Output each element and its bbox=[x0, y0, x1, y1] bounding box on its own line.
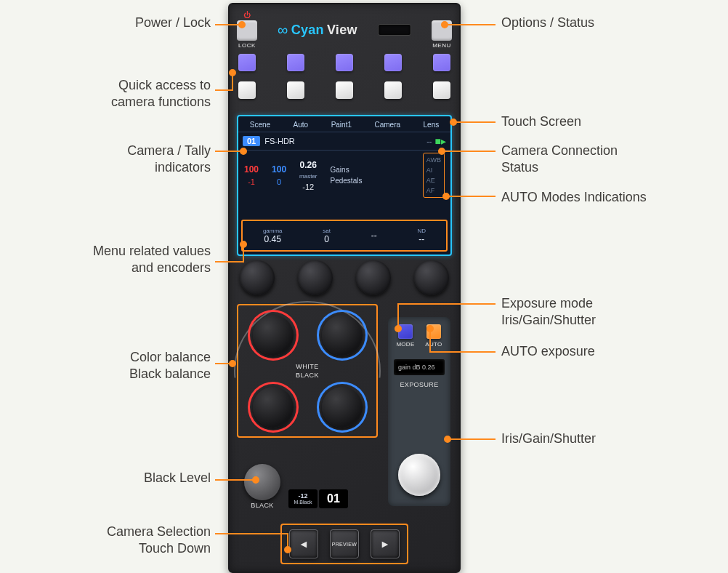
callout-quick-access: Quick access to camera functions bbox=[7, 77, 211, 110]
logo-swirl-icon: ∞ bbox=[278, 22, 288, 39]
callout-conn-status: Camera Connection Status bbox=[501, 143, 719, 175]
callout-touch-screen: Touch Screen bbox=[501, 113, 705, 130]
exposure-block: MODE AUTO gain dB 0.26 EXPOSURE bbox=[388, 317, 450, 506]
qa-button[interactable] bbox=[336, 81, 353, 99]
exposure-buttons: MODE AUTO bbox=[388, 317, 450, 349]
callout-power-lock: Power / Lock bbox=[44, 15, 211, 31]
encoder-knob[interactable] bbox=[356, 260, 391, 295]
gains-label: Gains bbox=[331, 166, 349, 174]
quick-access-grid bbox=[238, 54, 450, 99]
camera-next-button[interactable]: ► bbox=[371, 529, 400, 558]
touch-screen[interactable]: Scene Auto Paint1 Camera Lens 01 FS-HDR … bbox=[237, 115, 452, 256]
menu-button[interactable] bbox=[432, 20, 452, 41]
callout-options-status: Options / Status bbox=[501, 15, 705, 31]
brand-name-a: Cyan bbox=[291, 23, 324, 38]
screen-tab[interactable]: Auto bbox=[294, 121, 309, 129]
bottom-tiny: gamma bbox=[263, 228, 283, 234]
auto-button-label: AUTO bbox=[425, 341, 442, 348]
blue-black-knob[interactable] bbox=[322, 387, 363, 428]
blue-white-knob[interactable] bbox=[322, 315, 363, 356]
qa-button[interactable] bbox=[287, 54, 304, 71]
screen-status-row: 01 FS-HDR -- ■▸ bbox=[238, 132, 450, 151]
mode-button-label: MODE bbox=[396, 341, 414, 348]
qa-button[interactable] bbox=[238, 54, 256, 71]
screen-tab[interactable]: Lens bbox=[424, 121, 440, 129]
red-white-knob[interactable] bbox=[253, 315, 294, 356]
qa-row-top bbox=[238, 54, 450, 71]
model-extra: -- bbox=[426, 137, 432, 145]
red-gain-col: 100 -1 bbox=[244, 164, 259, 186]
cb-labels: WHITE BLACK bbox=[296, 363, 319, 379]
black-level-oled: -12 M.Black 01 bbox=[288, 489, 349, 509]
camera-prev-button[interactable]: ◄ bbox=[289, 529, 318, 558]
auto-exposure-button[interactable] bbox=[426, 324, 441, 339]
auto-mode: AF bbox=[426, 187, 441, 194]
auto-modes-column: AWB AI AE AF bbox=[423, 153, 445, 198]
black-knob-label: BLACK bbox=[251, 502, 274, 509]
black-balance-label: BLACK bbox=[296, 372, 319, 379]
callout-iris-gain-shutter: Iris/Gain/Shutter bbox=[501, 430, 705, 447]
blue-gain: 100 bbox=[272, 164, 286, 175]
auto-mode: AI bbox=[426, 167, 441, 174]
black-level-area: BLACK -12 M.Black 01 bbox=[244, 464, 349, 509]
encoder-knob[interactable] bbox=[298, 260, 333, 295]
screen-tab[interactable]: Paint1 bbox=[331, 121, 352, 129]
bottom-cell: ND -- bbox=[418, 228, 426, 244]
camera-connection-icon: ■▸ bbox=[435, 135, 446, 147]
black-level-knob[interactable] bbox=[244, 464, 280, 500]
mblack-val: -12 bbox=[293, 492, 313, 500]
brand-logo: ∞ CyanView bbox=[278, 22, 357, 39]
camera-number-badge[interactable]: 01 bbox=[243, 136, 260, 146]
brand-name-b: View bbox=[327, 23, 357, 38]
bottom-cell: sat 0 bbox=[323, 228, 331, 244]
qa-button[interactable] bbox=[287, 81, 304, 99]
screen-bottom-box: gamma 0.45 sat 0 -- ND -- bbox=[241, 220, 448, 252]
top-strip: ⏻ LOCK ∞ CyanView • MENU bbox=[230, 12, 459, 48]
camera-model: FS-HDR bbox=[264, 137, 426, 145]
exposure-knob[interactable] bbox=[398, 454, 440, 496]
screen-tab[interactable]: Scene bbox=[250, 121, 270, 129]
callout-camera-tally: Camera / Tally indicators bbox=[22, 143, 211, 175]
callout-menu-encoders: Menu related values and encoders bbox=[0, 243, 211, 276]
camera-preview-button[interactable]: PREVIEW bbox=[330, 529, 359, 558]
qa-button[interactable] bbox=[384, 81, 402, 99]
qa-button[interactable] bbox=[433, 54, 450, 71]
qa-button[interactable] bbox=[238, 81, 256, 99]
qa-row-bottom bbox=[238, 81, 450, 99]
bottom-tiny: ND bbox=[418, 228, 426, 234]
qa-button[interactable] bbox=[384, 54, 402, 71]
red-black-knob[interactable] bbox=[253, 387, 294, 428]
exposure-oled: gain dB 0.26 bbox=[394, 359, 445, 375]
lock-label: LOCK bbox=[238, 42, 256, 49]
red-ped: -1 bbox=[248, 177, 255, 186]
screen-tab[interactable]: Camera bbox=[374, 121, 400, 129]
camera-selection-row: ◄ PREVIEW ► bbox=[280, 524, 408, 564]
auto-mode: AWB bbox=[426, 156, 441, 164]
encoder-knob[interactable] bbox=[240, 260, 275, 295]
menu-button-wrap: • MENU bbox=[432, 12, 452, 49]
bottom-val: 0 bbox=[324, 234, 329, 244]
blue-ped: 0 bbox=[277, 177, 281, 186]
master-ped: -12 bbox=[302, 183, 314, 191]
lock-button[interactable] bbox=[237, 20, 257, 41]
usb-port[interactable] bbox=[378, 24, 411, 36]
qa-button[interactable] bbox=[433, 81, 450, 99]
auto-mode: AE bbox=[426, 177, 441, 184]
black-cam-number: 01 bbox=[319, 489, 348, 508]
power-icon: ⏻ bbox=[243, 12, 251, 19]
red-gain: 100 bbox=[244, 164, 259, 175]
callout-black-level: Black Level bbox=[58, 470, 211, 486]
color-balance-box: WHITE BLACK bbox=[237, 304, 378, 438]
black-value: -12 M.Black bbox=[288, 489, 318, 508]
row-labels: Gains Pedestals bbox=[331, 166, 363, 185]
master-label: master bbox=[299, 173, 317, 180]
white-balance-label: WHITE bbox=[296, 363, 319, 370]
mode-button[interactable] bbox=[398, 324, 413, 339]
master-gain: 0.26 bbox=[300, 160, 317, 170]
bottom-val: -- bbox=[371, 231, 377, 241]
encoder-knob[interactable] bbox=[414, 260, 449, 295]
callout-auto-exposure: AUTO exposure bbox=[501, 343, 705, 360]
callout-exposure-mode: Exposure mode Iris/Gain/Shutter bbox=[501, 295, 719, 328]
bottom-cell: -- bbox=[371, 231, 377, 241]
qa-button[interactable] bbox=[336, 54, 353, 71]
